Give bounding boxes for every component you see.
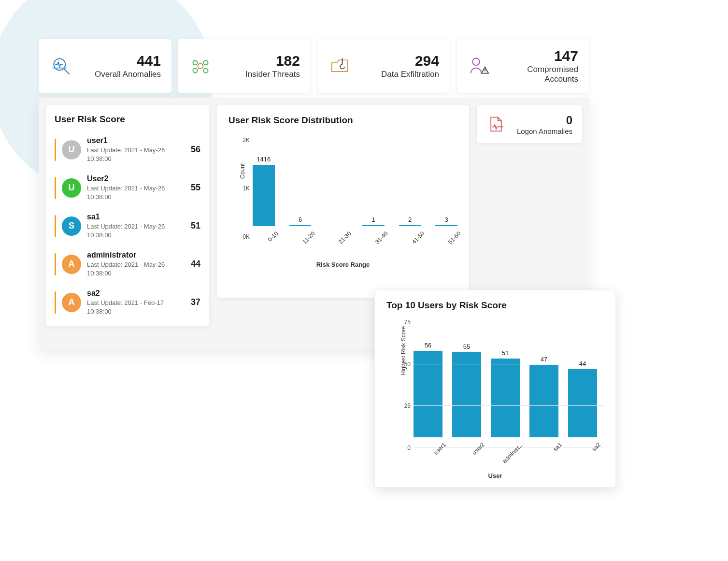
user-last-update: Last Update: 2021 - May-26 10:38:00: [87, 222, 185, 239]
user-name: administrator: [87, 251, 185, 259]
bar[interactable]: 44sa2: [568, 360, 597, 448]
user-last-update: Last Update: 2021 - Feb-17 10:38:00: [87, 299, 185, 316]
people-group-icon: [189, 55, 212, 78]
user-score: 44: [191, 259, 200, 269]
bar-category-label: user1: [422, 441, 447, 466]
svg-point-6: [193, 68, 197, 72]
user-score: 51: [191, 221, 200, 231]
user-info: sa2Last Update: 2021 - Feb-17 10:38:00: [87, 289, 185, 316]
user-risk-item[interactable]: Ssa1Last Update: 2021 - May-26 10:38:005…: [55, 208, 200, 246]
user-name: sa2: [87, 289, 185, 298]
document-pulse-icon: [486, 115, 506, 134]
bar[interactable]: 56user1: [414, 342, 443, 448]
svg-point-4: [193, 60, 197, 65]
user-name: sa1: [87, 213, 185, 221]
x-axis-label: User: [386, 472, 604, 479]
risk-indicator-bar: [55, 177, 56, 199]
metric-label: Logon Anomalies: [513, 127, 572, 135]
metric-data-exfiltration[interactable]: 294 Data Exfiltration: [317, 39, 450, 93]
user-last-update: Last Update: 2021 - May-26 10:38:00: [87, 260, 185, 277]
y-axis: 0K1K2K: [232, 140, 252, 237]
bar[interactable]: 14160-10: [253, 156, 275, 237]
bar-category-label: 41-50: [405, 230, 426, 250]
y-tick: 75: [404, 319, 411, 326]
user-risk-item[interactable]: UUser2Last Update: 2021 - May-26 10:38:0…: [55, 170, 200, 208]
bar-value-label: 1416: [257, 156, 271, 163]
user-info: sa1Last Update: 2021 - May-26 10:38:00: [87, 213, 185, 239]
bar-category-label: 11-20: [296, 230, 316, 250]
user-avatar: A: [62, 255, 81, 274]
metric-logon-anomalies[interactable]: 0 Logon Anomalies: [476, 105, 583, 144]
magnifier-pulse-icon: [50, 55, 73, 78]
bar-value-label: 3: [445, 216, 448, 223]
bar[interactable]: 351-60: [435, 216, 457, 237]
bar-value-label: 1: [371, 216, 375, 223]
user-score: 56: [191, 144, 200, 155]
user-risk-item[interactable]: AadministratorLast Update: 2021 - May-26…: [55, 246, 200, 284]
user-risk-distribution-panel: User Risk Score Distribution 0K1K2K Coun…: [216, 105, 470, 298]
bar-value-label: 47: [541, 356, 547, 363]
user-risk-score-panel: User Risk Score Uuser1Last Update: 2021 …: [45, 105, 210, 327]
risk-indicator-bar: [55, 253, 56, 275]
y-tick: 25: [404, 403, 411, 409]
bar[interactable]: 55user2: [452, 343, 481, 448]
svg-point-8: [472, 58, 480, 65]
bar-rect: [529, 365, 558, 437]
bar-category-label: sa2: [577, 441, 602, 466]
bar[interactable]: 241-50: [399, 216, 421, 237]
bar-category-label: 21-30: [332, 230, 353, 250]
y-axis-label: Count: [239, 163, 246, 179]
metric-compromised-accounts[interactable]: 147 Compromised Accounts: [456, 39, 589, 93]
metric-insider-threats[interactable]: 182 Insider Threats: [178, 39, 311, 93]
user-info: administratorLast Update: 2021 - May-26 …: [87, 251, 185, 277]
bar-category-label: user2: [461, 441, 486, 466]
user-name: user1: [87, 136, 185, 145]
svg-line-1: [64, 69, 70, 74]
metric-label: Data Exfiltration: [360, 70, 439, 79]
gridline: [414, 322, 604, 322]
bar-rect: [362, 225, 385, 226]
bar-rect: [435, 225, 457, 226]
bar-rect: [399, 225, 421, 226]
metric-value: 0: [513, 114, 572, 127]
bar-category-label: sa1: [538, 441, 563, 466]
user-info: User2Last Update: 2021 - May-26 10:38:00: [87, 174, 185, 201]
bar[interactable]: 611-20: [289, 216, 312, 237]
bar-value-label: 2: [408, 216, 412, 223]
metric-label: Insider Threats: [221, 70, 300, 79]
y-tick: 0K: [243, 233, 250, 240]
bar-category-label: administ...: [500, 441, 525, 466]
user-last-update: Last Update: 2021 - May-26 10:38:00: [87, 184, 185, 201]
bar-value-label: [336, 217, 338, 224]
x-axis-label: Risk Score Range: [228, 261, 457, 268]
bar-value-label: 6: [299, 216, 302, 223]
metric-value: 182: [221, 53, 300, 69]
metric-overall-anomalies[interactable]: 441 Overall Anomalies: [39, 39, 172, 93]
bar-rect: [253, 165, 275, 226]
bar[interactable]: 21-30: [326, 217, 348, 237]
risk-indicator-bar: [55, 291, 56, 314]
gridline: [414, 405, 604, 406]
bar-category-label: 0-10: [259, 230, 279, 250]
panel-title: User Risk Score: [55, 114, 200, 125]
user-avatar: S: [62, 216, 81, 236]
svg-point-7: [203, 68, 208, 72]
bar-value-label: 55: [463, 343, 470, 350]
bar-category-label: 51-60: [442, 230, 462, 250]
user-risk-item[interactable]: Asa2Last Update: 2021 - Feb-17 10:38:003…: [55, 284, 200, 322]
top-10-users-panel: Top 10 Users by Risk Score 0255075 Highe…: [374, 290, 616, 488]
user-risk-item[interactable]: Uuser1Last Update: 2021 - May-26 10:38:0…: [55, 131, 200, 170]
bar-value-label: 56: [425, 342, 431, 349]
dashboard: 441 Overall Anomalies 182 Insider Threat…: [39, 39, 589, 349]
bar[interactable]: 47sa1: [529, 356, 558, 448]
gridline: [414, 364, 604, 364]
risk-indicator-bar: [55, 139, 56, 161]
user-score: 37: [191, 297, 200, 307]
metric-value: 294: [360, 53, 439, 69]
panel-title: User Risk Score Distribution: [228, 115, 457, 126]
bar-value-label: 51: [502, 349, 509, 357]
user-avatar: U: [62, 178, 81, 198]
metric-label: Overall Anomalies: [82, 70, 161, 79]
user-name: User2: [87, 174, 185, 183]
bar[interactable]: 131-40: [362, 216, 385, 237]
